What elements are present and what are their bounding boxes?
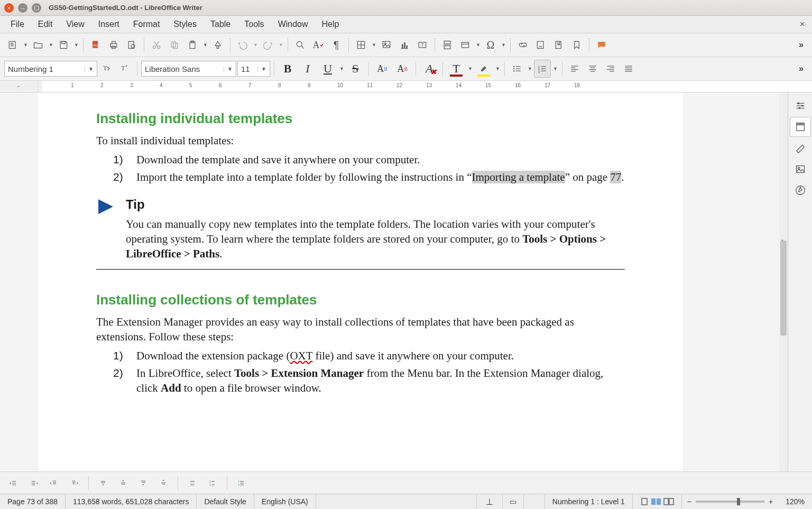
cut-button[interactable] [148,36,165,54]
menu-table[interactable]: Table [204,16,237,32]
strikethrough-button[interactable]: S [346,60,365,78]
numbered-list-button[interactable]: 123 [534,60,551,78]
insert-hyperlink-button[interactable] [514,36,531,54]
bullets-numbering-dialog-button[interactable]: 1 [233,474,250,492]
align-center-button[interactable] [584,60,601,78]
zoom-percent[interactable]: 120% [778,494,812,509]
highlight-color-dropdown[interactable]: ▼ [494,66,501,71]
page-reference[interactable]: 77 [610,171,621,183]
save-dropdown[interactable]: ▼ [73,42,79,48]
promote-one-level-button[interactable] [25,474,42,492]
insert-chart-button[interactable] [396,36,413,54]
menu-edit[interactable]: Edit [32,16,59,32]
undo-button[interactable] [234,36,251,54]
status-insert-mode[interactable]: ⊥ [476,494,503,509]
font-size-combo[interactable]: 11 ▼ [237,61,270,77]
demote-with-sub-button[interactable] [45,474,62,492]
status-language[interactable]: English (USA) [254,494,316,509]
menu-window[interactable]: Window [272,16,315,32]
font-color-button[interactable]: T [447,60,466,78]
insert-comment-button[interactable] [593,36,610,54]
insert-image-button[interactable] [378,36,395,54]
save-button[interactable] [55,36,72,54]
insert-symbol-dropdown[interactable]: ▼ [500,42,506,48]
move-down-button[interactable] [95,474,112,492]
new-doc-dropdown[interactable]: ▼ [22,42,29,48]
cross-reference-link[interactable]: Importing a template [472,171,565,183]
formatting-overflow-button[interactable]: » [795,62,808,76]
insert-bookmark-button[interactable] [550,36,567,54]
insert-field-button[interactable] [457,36,474,54]
bold-button[interactable]: B [278,60,297,78]
menu-format[interactable]: Format [127,16,167,32]
status-signature[interactable] [524,494,545,509]
ruler-scale[interactable]: 1 2 3 4 5 6 7 8 9 10 11 12 13 14 15 16 1… [42,81,812,92]
insert-table-button[interactable] [353,36,370,54]
insert-cross-ref-button[interactable] [568,36,585,54]
open-dropdown[interactable]: ▼ [48,42,54,48]
formatting-marks-button[interactable]: ¶ [328,36,345,54]
status-view-layout[interactable] [633,494,682,509]
paragraph-style-combo[interactable]: Numbering 1 ▼ [4,61,97,77]
superscript-button[interactable]: AB [373,60,392,78]
status-page[interactable]: Page 73 of 388 [0,494,66,509]
zoom-out-button[interactable]: − [687,497,691,506]
sidebar-properties-icon[interactable] [790,117,811,137]
menu-file[interactable]: File [4,16,31,32]
close-document-button[interactable]: × [800,20,805,29]
window-minimize-button[interactable]: – [18,3,27,13]
bullet-list-dropdown[interactable]: ▼ [527,66,533,71]
find-replace-button[interactable] [292,36,309,54]
scrollbar-thumb[interactable] [780,240,787,336]
zoom-slider-knob[interactable] [737,498,740,505]
document-page[interactable]: Installing individual templates To insta… [38,92,683,471]
underline-button[interactable]: U [318,60,337,78]
paragraph-style-dropdown[interactable]: ▼ [85,66,94,72]
font-name-combo[interactable]: Liberation Sans ▼ [141,61,236,77]
sidebar-gallery-icon[interactable] [790,159,811,179]
align-right-button[interactable] [602,60,619,78]
insert-page-break-button[interactable] [439,36,456,54]
sidebar-settings-icon[interactable] [790,96,811,116]
redo-button[interactable] [260,36,276,54]
clone-formatting-button[interactable] [209,36,226,54]
vertical-scrollbar[interactable]: ▸ [779,92,788,471]
zoom-in-button[interactable]: + [769,497,773,506]
multi-page-icon[interactable] [651,498,661,505]
bullet-list-button[interactable] [509,60,525,78]
font-size-dropdown[interactable]: ▼ [257,66,266,72]
toolbar-overflow-button[interactable]: » [795,38,808,52]
move-down-with-sub-button[interactable] [135,474,152,492]
paste-dropdown[interactable]: ▼ [202,42,208,48]
window-maximize-button[interactable]: ▢ [32,3,41,13]
open-button[interactable] [30,36,47,54]
promote-with-sub-button[interactable] [66,474,82,492]
single-page-icon[interactable] [640,498,649,505]
insert-table-dropdown[interactable]: ▼ [371,42,377,48]
restart-numbering-button[interactable]: 11 [204,474,221,492]
insert-symbol-button[interactable]: Ω [482,36,499,54]
menu-tools[interactable]: Tools [238,16,270,32]
numbered-list-dropdown[interactable]: ▼ [552,66,558,71]
export-pdf-button[interactable]: PDF [87,36,104,54]
clear-formatting-button[interactable]: A✖ [420,60,439,78]
print-preview-button[interactable] [123,36,140,54]
insert-unnumbered-button[interactable] [184,474,201,492]
print-button[interactable] [105,36,122,54]
menu-insert[interactable]: Insert [92,16,126,32]
undo-dropdown[interactable]: ▼ [252,42,259,48]
move-up-with-sub-button[interactable] [155,474,172,492]
move-up-button[interactable] [115,474,132,492]
zoom-control[interactable]: − + [682,497,778,506]
status-page-style[interactable]: Default Style [197,494,254,509]
insert-field-dropdown[interactable]: ▼ [475,42,481,48]
book-view-icon[interactable] [663,498,674,505]
sidebar-navigator-icon[interactable] [790,180,811,200]
menu-help[interactable]: Help [316,16,346,32]
insert-textbox-button[interactable]: T [414,36,431,54]
highlight-color-button[interactable] [474,60,493,78]
copy-button[interactable] [166,36,183,54]
status-word-count[interactable]: 113,658 words, 651,028 characters [66,494,197,509]
document-area[interactable]: Installing individual templates To insta… [0,92,779,471]
status-selection-mode[interactable]: ▭ [503,494,524,509]
